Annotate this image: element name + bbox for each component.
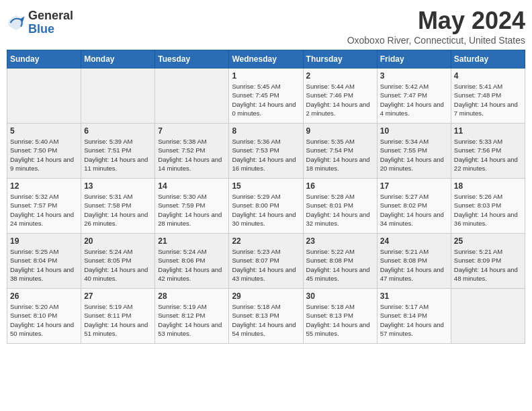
calendar-day-cell: 18Sunrise: 5:26 AMSunset: 8:03 PMDayligh… bbox=[451, 179, 525, 234]
day-number: 5 bbox=[10, 126, 78, 136]
day-number: 12 bbox=[10, 181, 78, 191]
calendar-day-cell: 14Sunrise: 5:30 AMSunset: 7:59 PMDayligh… bbox=[155, 179, 229, 234]
calendar-week-row: 12Sunrise: 5:32 AMSunset: 7:57 PMDayligh… bbox=[7, 179, 525, 234]
weekday-header-cell: Sunday bbox=[7, 50, 81, 68]
day-info: Sunrise: 5:34 AMSunset: 7:55 PMDaylight:… bbox=[380, 137, 448, 173]
day-info: Sunrise: 5:19 AMSunset: 8:11 PMDaylight:… bbox=[84, 302, 152, 338]
calendar-day-cell: 11Sunrise: 5:33 AMSunset: 7:56 PMDayligh… bbox=[451, 124, 525, 179]
calendar-day-cell: 31Sunrise: 5:17 AMSunset: 8:14 PMDayligh… bbox=[377, 289, 451, 344]
calendar-day-cell: 24Sunrise: 5:21 AMSunset: 8:08 PMDayligh… bbox=[377, 234, 451, 289]
day-info: Sunrise: 5:33 AMSunset: 7:56 PMDaylight:… bbox=[454, 137, 522, 173]
day-number: 2 bbox=[306, 71, 374, 81]
day-number: 11 bbox=[454, 126, 522, 136]
day-info: Sunrise: 5:39 AMSunset: 7:51 PMDaylight:… bbox=[84, 137, 152, 173]
day-info: Sunrise: 5:27 AMSunset: 8:02 PMDaylight:… bbox=[380, 192, 448, 228]
weekday-header-cell: Monday bbox=[81, 50, 155, 68]
weekday-header-cell: Wednesday bbox=[229, 50, 303, 68]
calendar-day-cell: 6Sunrise: 5:39 AMSunset: 7:51 PMDaylight… bbox=[81, 124, 155, 179]
day-number: 4 bbox=[454, 71, 522, 81]
calendar-day-cell: 12Sunrise: 5:32 AMSunset: 7:57 PMDayligh… bbox=[7, 179, 81, 234]
day-info: Sunrise: 5:22 AMSunset: 8:08 PMDaylight:… bbox=[306, 247, 374, 283]
header: General Blue May 2024 Oxoboxo River, Con… bbox=[7, 7, 525, 46]
calendar-day-cell: 26Sunrise: 5:20 AMSunset: 8:10 PMDayligh… bbox=[7, 289, 81, 344]
weekday-header-cell: Friday bbox=[377, 50, 451, 68]
title-area: May 2024 Oxoboxo River, Connecticut, Uni… bbox=[347, 7, 525, 46]
day-info: Sunrise: 5:38 AMSunset: 7:52 PMDaylight:… bbox=[158, 137, 226, 173]
day-info: Sunrise: 5:28 AMSunset: 8:01 PMDaylight:… bbox=[306, 192, 374, 228]
day-number: 13 bbox=[84, 181, 152, 191]
day-info: Sunrise: 5:45 AMSunset: 7:45 PMDaylight:… bbox=[232, 82, 300, 118]
weekday-header-cell: Thursday bbox=[303, 50, 377, 68]
calendar-day-cell: 9Sunrise: 5:35 AMSunset: 7:54 PMDaylight… bbox=[303, 124, 377, 179]
calendar-table: SundayMondayTuesdayWednesdayThursdayFrid… bbox=[7, 50, 525, 344]
calendar-body: 1Sunrise: 5:45 AMSunset: 7:45 PMDaylight… bbox=[7, 68, 525, 344]
calendar-day-cell: 19Sunrise: 5:25 AMSunset: 8:04 PMDayligh… bbox=[7, 234, 81, 289]
day-number: 31 bbox=[380, 291, 448, 301]
day-info: Sunrise: 5:24 AMSunset: 8:05 PMDaylight:… bbox=[84, 247, 152, 283]
calendar-day-cell: 7Sunrise: 5:38 AMSunset: 7:52 PMDaylight… bbox=[155, 124, 229, 179]
day-number: 21 bbox=[158, 236, 226, 246]
calendar-day-cell: 23Sunrise: 5:22 AMSunset: 8:08 PMDayligh… bbox=[303, 234, 377, 289]
day-info: Sunrise: 5:18 AMSunset: 8:13 PMDaylight:… bbox=[232, 302, 300, 338]
day-info: Sunrise: 5:29 AMSunset: 8:00 PMDaylight:… bbox=[232, 192, 300, 228]
day-number: 19 bbox=[10, 236, 78, 246]
calendar-week-row: 5Sunrise: 5:40 AMSunset: 7:50 PMDaylight… bbox=[7, 124, 525, 179]
day-info: Sunrise: 5:25 AMSunset: 8:04 PMDaylight:… bbox=[10, 247, 78, 283]
calendar-week-row: 19Sunrise: 5:25 AMSunset: 8:04 PMDayligh… bbox=[7, 234, 525, 289]
day-info: Sunrise: 5:18 AMSunset: 8:13 PMDaylight:… bbox=[306, 302, 374, 338]
day-info: Sunrise: 5:44 AMSunset: 7:46 PMDaylight:… bbox=[306, 82, 374, 118]
day-info: Sunrise: 5:21 AMSunset: 8:08 PMDaylight:… bbox=[380, 247, 448, 283]
calendar-day-cell: 17Sunrise: 5:27 AMSunset: 8:02 PMDayligh… bbox=[377, 179, 451, 234]
day-number: 18 bbox=[454, 181, 522, 191]
logo-general-text: General bbox=[28, 9, 73, 23]
weekday-header-cell: Saturday bbox=[451, 50, 525, 68]
day-number: 29 bbox=[232, 291, 300, 301]
calendar-day-cell: 25Sunrise: 5:21 AMSunset: 8:09 PMDayligh… bbox=[451, 234, 525, 289]
day-info: Sunrise: 5:23 AMSunset: 8:07 PMDaylight:… bbox=[232, 247, 300, 283]
day-number: 27 bbox=[84, 291, 152, 301]
weekday-header-row: SundayMondayTuesdayWednesdayThursdayFrid… bbox=[7, 50, 525, 68]
calendar-day-cell: 15Sunrise: 5:29 AMSunset: 8:00 PMDayligh… bbox=[229, 179, 303, 234]
day-number: 16 bbox=[306, 181, 374, 191]
day-number: 6 bbox=[84, 126, 152, 136]
logo-icon bbox=[7, 13, 26, 32]
day-info: Sunrise: 5:21 AMSunset: 8:09 PMDaylight:… bbox=[454, 247, 522, 283]
calendar-day-cell: 8Sunrise: 5:36 AMSunset: 7:53 PMDaylight… bbox=[229, 124, 303, 179]
day-info: Sunrise: 5:40 AMSunset: 7:50 PMDaylight:… bbox=[10, 137, 78, 173]
day-info: Sunrise: 5:24 AMSunset: 8:06 PMDaylight:… bbox=[158, 247, 226, 283]
calendar-day-cell: 16Sunrise: 5:28 AMSunset: 8:01 PMDayligh… bbox=[303, 179, 377, 234]
day-info: Sunrise: 5:32 AMSunset: 7:57 PMDaylight:… bbox=[10, 192, 78, 228]
day-info: Sunrise: 5:31 AMSunset: 7:58 PMDaylight:… bbox=[84, 192, 152, 228]
calendar-day-cell: 20Sunrise: 5:24 AMSunset: 8:05 PMDayligh… bbox=[81, 234, 155, 289]
calendar-day-cell bbox=[451, 289, 525, 344]
day-number: 25 bbox=[454, 236, 522, 246]
calendar-day-cell: 29Sunrise: 5:18 AMSunset: 8:13 PMDayligh… bbox=[229, 289, 303, 344]
calendar-day-cell: 1Sunrise: 5:45 AMSunset: 7:45 PMDaylight… bbox=[229, 68, 303, 124]
day-number: 24 bbox=[380, 236, 448, 246]
day-number: 30 bbox=[306, 291, 374, 301]
calendar-day-cell: 5Sunrise: 5:40 AMSunset: 7:50 PMDaylight… bbox=[7, 124, 81, 179]
day-number: 17 bbox=[380, 181, 448, 191]
location-title: Oxoboxo River, Connecticut, United State… bbox=[347, 35, 525, 46]
day-info: Sunrise: 5:42 AMSunset: 7:47 PMDaylight:… bbox=[380, 82, 448, 118]
day-info: Sunrise: 5:20 AMSunset: 8:10 PMDaylight:… bbox=[10, 302, 78, 338]
logo-text: General Blue bbox=[28, 9, 73, 36]
day-number: 26 bbox=[10, 291, 78, 301]
calendar-day-cell: 28Sunrise: 5:19 AMSunset: 8:12 PMDayligh… bbox=[155, 289, 229, 344]
logo: General Blue bbox=[7, 9, 73, 36]
calendar-day-cell: 3Sunrise: 5:42 AMSunset: 7:47 PMDaylight… bbox=[377, 68, 451, 124]
day-info: Sunrise: 5:19 AMSunset: 8:12 PMDaylight:… bbox=[158, 302, 226, 338]
day-info: Sunrise: 5:35 AMSunset: 7:54 PMDaylight:… bbox=[306, 137, 374, 173]
day-number: 1 bbox=[232, 71, 300, 81]
month-title: May 2024 bbox=[347, 7, 525, 35]
day-number: 10 bbox=[380, 126, 448, 136]
calendar-day-cell: 22Sunrise: 5:23 AMSunset: 8:07 PMDayligh… bbox=[229, 234, 303, 289]
calendar-day-cell: 30Sunrise: 5:18 AMSunset: 8:13 PMDayligh… bbox=[303, 289, 377, 344]
calendar-day-cell bbox=[155, 68, 229, 124]
logo-blue-text: Blue bbox=[28, 23, 73, 36]
calendar-day-cell: 13Sunrise: 5:31 AMSunset: 7:58 PMDayligh… bbox=[81, 179, 155, 234]
day-number: 20 bbox=[84, 236, 152, 246]
day-number: 14 bbox=[158, 181, 226, 191]
day-info: Sunrise: 5:17 AMSunset: 8:14 PMDaylight:… bbox=[380, 302, 448, 338]
day-info: Sunrise: 5:41 AMSunset: 7:48 PMDaylight:… bbox=[454, 82, 522, 118]
